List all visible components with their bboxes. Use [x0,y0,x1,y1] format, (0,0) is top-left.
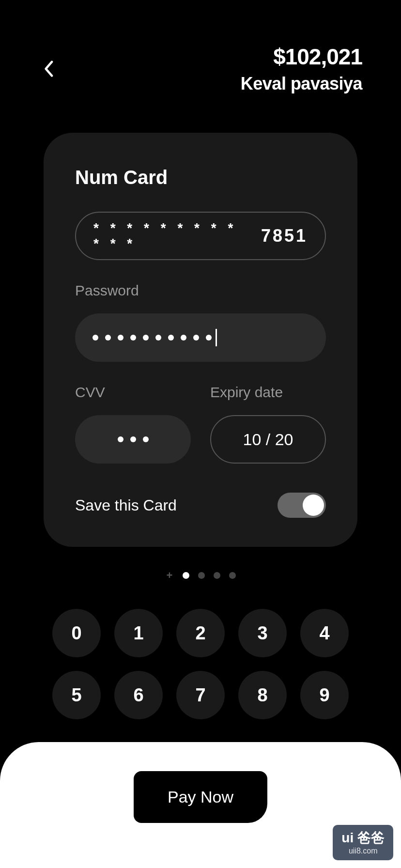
password-dot [155,335,161,341]
key-0[interactable]: 0 [52,609,101,657]
cvv-label: CVV [75,384,191,401]
password-dots [93,335,212,341]
password-dot [193,335,199,341]
back-button[interactable] [39,59,58,78]
watermark-brand: ui 爸爸 [341,830,385,846]
key-9[interactable]: 9 [300,671,349,719]
card-form: Num Card * * * * * * * * * * * * 7851 Pa… [44,133,357,547]
cvv-dot [143,436,149,442]
card-number-last4: 7851 [261,226,308,246]
key-2[interactable]: 2 [176,609,225,657]
key-1[interactable]: 1 [114,609,163,657]
key-5[interactable]: 5 [52,671,101,719]
toggle-knob [303,495,324,516]
page-dot[interactable] [198,572,205,579]
cvv-input[interactable] [75,415,191,464]
add-card-icon[interactable]: + [165,571,174,580]
text-cursor [216,329,217,346]
watermark: ui 爸爸 uii8.com [333,825,393,860]
card-number-mask: * * * * * * * * * * * * [93,220,253,251]
password-label: Password [75,282,326,299]
password-input[interactable] [75,313,326,362]
password-dot [105,335,111,341]
header: $102,021 Keval pavasiya [0,0,401,94]
password-dot [93,335,98,341]
watermark-url: uii8.com [349,846,378,855]
cvv-dot [118,436,123,442]
password-dot [206,335,212,341]
save-card-row: Save this Card [75,493,326,518]
cvv-dot [130,436,136,442]
card-title: Num Card [75,167,326,188]
password-dot [118,335,123,341]
chevron-left-icon [43,60,54,78]
page-dot[interactable] [214,572,220,579]
key-8[interactable]: 8 [238,671,287,719]
card-number-input[interactable]: * * * * * * * * * * * * 7851 [75,212,326,260]
pay-now-button[interactable]: Pay Now [134,771,267,823]
save-card-label: Save this Card [75,496,177,514]
key-4[interactable]: 4 [300,609,349,657]
password-dot [130,335,136,341]
header-info: $102,021 Keval pavasiya [241,44,362,94]
expiry-label: Expiry date [210,384,326,401]
expiry-input[interactable]: 10 / 20 [210,415,326,464]
key-7[interactable]: 7 [176,671,225,719]
password-dot [181,335,186,341]
username-value: Keval pavasiya [241,74,362,94]
password-dot [168,335,174,341]
key-6[interactable]: 6 [114,671,163,719]
numeric-keypad: 0123456789 [39,609,362,719]
save-card-toggle[interactable] [278,493,326,518]
key-3[interactable]: 3 [238,609,287,657]
page-dot[interactable] [229,572,236,579]
amount-value: $102,021 [241,44,362,70]
pagination: + [0,571,401,580]
password-dot [143,335,149,341]
page-dot[interactable] [183,572,189,579]
